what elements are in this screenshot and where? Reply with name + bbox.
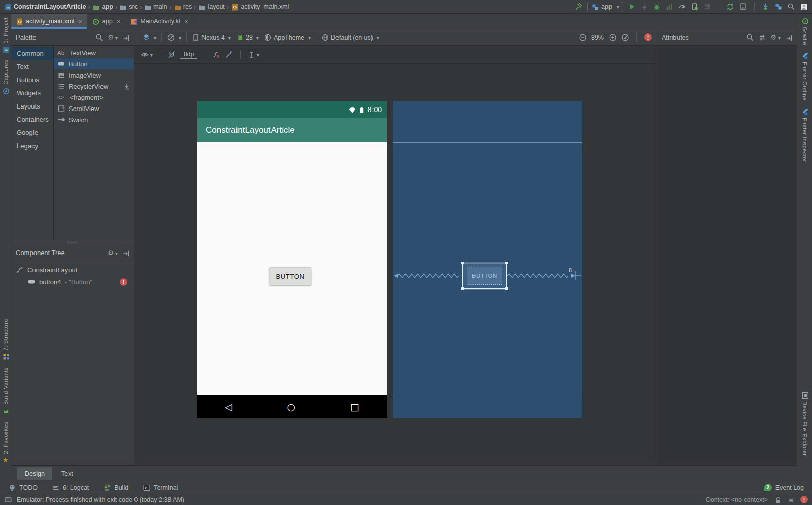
recents-icon[interactable]: □ [350,401,359,412]
breadcrumb-file[interactable]: activity_main.xml [231,3,289,11]
panel-splitter[interactable] [11,240,134,245]
toggle-toolwindows-icon[interactable] [4,496,12,503]
constraint-spring-right[interactable] [507,274,568,278]
tool-window-build[interactable]: Build [103,484,128,491]
run-button[interactable] [628,3,636,11]
autoconnect-toggle[interactable] [167,51,176,59]
default-margin-select[interactable]: 8dp [180,51,197,59]
palette-item-switch[interactable]: Switch [54,114,134,125]
avd-manager-button[interactable] [739,3,747,11]
zoom-fit-icon[interactable] [621,33,629,42]
hide-panel-icon[interactable] [122,249,129,257]
surface-mode-select[interactable] [140,33,159,42]
resize-handle[interactable] [461,287,464,290]
view-options-button[interactable] [141,51,153,59]
layout-inspector-button[interactable] [774,3,783,11]
api-level-select[interactable]: 28 [233,33,261,41]
palette-item-scrollview[interactable]: ScrollView [54,103,134,114]
debug-button[interactable] [653,3,661,11]
tool-stripe-structure[interactable]: 7: Structure [2,315,9,364]
gradle-sync-button[interactable] [726,3,734,11]
breadcrumb-res[interactable]: res [174,3,192,11]
build-hammer-button[interactable] [574,3,583,11]
profiler-button[interactable] [678,3,686,11]
pack-align-button[interactable] [248,51,259,58]
resize-handle[interactable] [505,262,508,264]
preview-button[interactable]: BUTTON [269,267,311,285]
search-everywhere-button[interactable] [787,3,795,11]
error-indicator[interactable] [800,496,808,503]
hide-panel-icon[interactable] [785,34,792,41]
orientation-select[interactable] [164,33,184,42]
close-icon[interactable] [184,18,188,25]
tab-app[interactable]: app [87,14,125,29]
palette-category-layouts[interactable]: Layouts [11,100,53,113]
theme-select[interactable]: AppTheme [261,33,313,41]
palette-category-text[interactable]: Text [11,60,53,74]
palette-category-google[interactable]: Google [11,126,53,139]
tab-mainactivity-kt[interactable]: MainActivity.kt [125,14,193,29]
palette-category-containers[interactable]: Containers [11,113,53,126]
tool-stripe-project[interactable]: 1: Project [2,14,9,56]
gear-icon[interactable]: ⚙ [108,33,118,41]
lock-icon[interactable] [774,496,781,503]
blueprint-view-phone[interactable]: 8 BUTTON [393,101,582,418]
layout-errors-badge[interactable] [644,33,652,41]
palette-item-imageview[interactable]: ImageView [54,69,134,81]
attach-debugger-button[interactable] [691,3,699,11]
profile-button[interactable] [665,3,673,11]
close-icon[interactable] [78,18,82,25]
tool-stripe-flutter-outline[interactable]: Flutter Outline [801,49,808,104]
run-config-select[interactable]: app [587,2,623,12]
tool-stripe-build-variants[interactable]: Build Variants [2,364,9,418]
breadcrumb-src[interactable]: src [119,3,138,11]
tree-item-constraintlayout[interactable]: ConstraintLayout [11,264,134,276]
resize-handle[interactable] [505,287,508,290]
palette-item-button[interactable]: Button [54,58,134,69]
swap-view-icon[interactable] [758,33,766,41]
sdk-manager-button[interactable] [762,3,770,11]
gear-icon[interactable]: ⚙ [108,249,118,257]
breadcrumb-project[interactable]: ConstraintLayoutArticle [4,3,86,11]
error-badge[interactable] [120,278,127,286]
palette-category-buttons[interactable]: Buttons [11,74,53,87]
gear-icon[interactable]: ⚙ [770,33,781,41]
palette-item-fragment[interactable]: <><fragment> [54,92,134,103]
constraint-spring-left[interactable] [398,274,459,278]
tab-activity-main-xml[interactable]: activity_main.xml [11,14,87,29]
tool-window-terminal[interactable]: Terminal [143,484,178,491]
tool-stripe-captures[interactable]: Captures [2,56,9,98]
palette-item-recyclerview[interactable]: RecyclerView [54,81,134,92]
home-icon[interactable]: ○ [287,401,296,412]
palette-category-legacy[interactable]: Legacy [11,139,53,153]
download-icon[interactable] [123,83,130,90]
search-icon[interactable] [746,33,754,41]
design-canvas[interactable]: 8:00 ConstraintLayoutArticle BUTTON ◁ ○ … [134,64,657,465]
tree-item-button4[interactable]: button4- "Button" [11,276,134,288]
zoom-in-icon[interactable] [608,33,617,42]
android-head-icon[interactable] [787,496,794,503]
tool-stripe-favorites[interactable]: 2: Favorites★ [3,418,9,467]
breadcrumb-app[interactable]: app [92,3,113,11]
tool-window-logcat[interactable]: 6: Logcat [52,484,89,491]
resize-handle[interactable] [461,262,464,264]
palette-item-textview[interactable]: AbTextView [54,47,134,58]
hide-panel-icon[interactable] [122,34,129,41]
design-view-phone[interactable]: 8:00 ConstraintLayoutArticle BUTTON ◁ ○ … [197,101,387,418]
tool-stripe-flutter-inspector[interactable]: Flutter Inspector [801,104,808,166]
breadcrumb-layout[interactable]: layout [198,3,224,11]
event-log-button[interactable]: 2Event Log [764,484,804,491]
back-icon[interactable]: ◁ [225,401,232,412]
infer-constraints-button[interactable] [225,51,233,59]
palette-category-common[interactable]: Common [11,47,53,60]
palette-category-widgets[interactable]: Widgets [11,87,53,100]
zoom-out-icon[interactable] [579,33,587,42]
tab-text[interactable]: Text [54,467,81,480]
breadcrumb-main[interactable]: main [144,3,167,11]
capture-button[interactable] [703,3,712,11]
device-select[interactable]: Nexus 4 [189,33,233,41]
search-icon[interactable] [95,33,103,41]
apply-changes-button[interactable] [640,3,648,11]
tool-stripe-gradle[interactable]: Gradle [801,14,808,49]
close-icon[interactable] [117,18,121,25]
